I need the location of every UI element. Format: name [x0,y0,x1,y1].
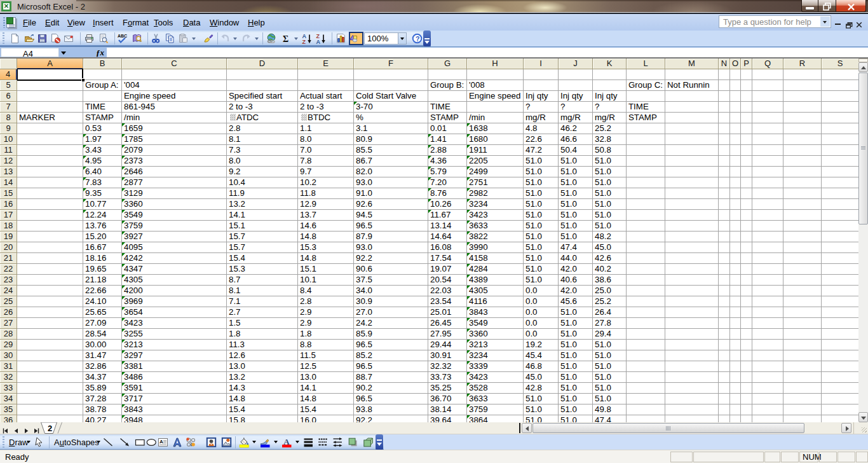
svg-text:A: A [316,39,321,45]
svg-text:?: ? [416,35,419,43]
svg-text:Σ: Σ [283,34,288,44]
svg-text:Z: Z [302,39,306,45]
svg-text:ABC: ABC [118,34,127,38]
svg-text:A: A [159,439,163,445]
